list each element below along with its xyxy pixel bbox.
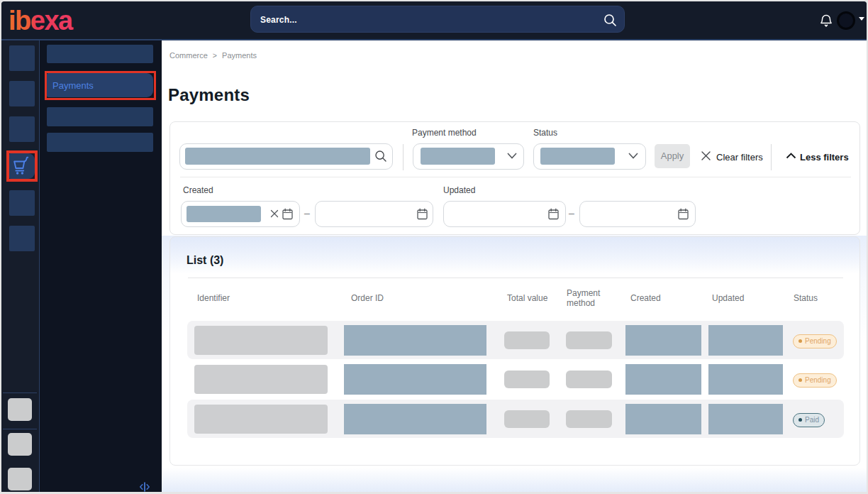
svg-text:ibexa: ibexa: [10, 9, 74, 32]
